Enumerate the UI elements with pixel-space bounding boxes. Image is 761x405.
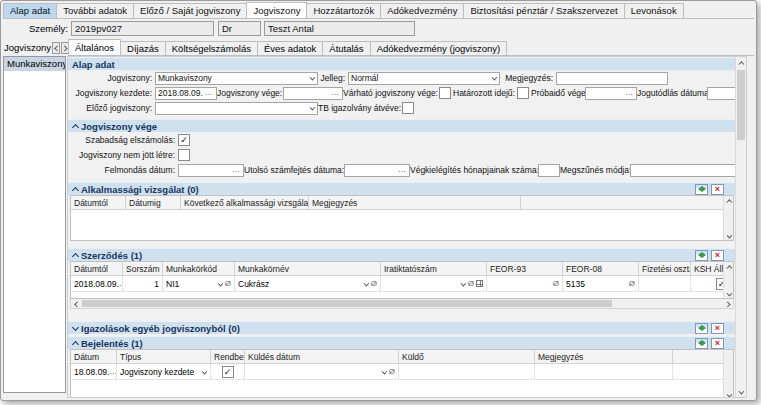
hatarozott-ideju-checkbox[interactable] xyxy=(517,87,529,99)
col-munkakornev[interactable]: Munkakörnév xyxy=(235,262,381,275)
utolso-szamfejtes-date[interactable]: … xyxy=(344,164,410,177)
scroll-thumb[interactable] xyxy=(737,70,745,140)
grid-delete-icon[interactable]: × xyxy=(711,250,724,261)
tab-tovabbi-adatok[interactable]: További adatok xyxy=(56,3,134,18)
grid-scrollbar[interactable] xyxy=(723,262,733,298)
col-datum[interactable]: Dátum xyxy=(71,350,117,363)
cell-munkakornev[interactable]: Cukrász Ø xyxy=(235,276,381,291)
tab-adokedvezmeny[interactable]: Adókedvezmény xyxy=(380,3,464,18)
person-code-field[interactable]: 2019pv027 xyxy=(71,21,214,36)
elozo-jogviszony-select[interactable] xyxy=(155,102,318,115)
lookup-icon[interactable]: Ø xyxy=(629,279,635,288)
hscroll-thumb[interactable] xyxy=(82,300,612,307)
jogviszony-vege-date[interactable]: … xyxy=(283,87,343,100)
tab-elozo-sajat-jogviszony[interactable]: Előző / Saját jogviszony xyxy=(133,3,247,18)
main-scrollbar[interactable] xyxy=(735,57,746,397)
chevron-down-icon[interactable] xyxy=(363,281,368,286)
cell-tipus[interactable]: Jogviszony kezdete xyxy=(117,364,211,379)
date-picker-icon[interactable]: … xyxy=(331,90,340,96)
jelleg-select[interactable]: Normál xyxy=(348,72,500,85)
date-picker-icon[interactable]: … xyxy=(109,367,117,376)
list-item-munkaviszony[interactable]: Munkaviszony xyxy=(4,57,65,71)
grid-export-icon[interactable] xyxy=(695,323,708,334)
col-megjegyzes[interactable]: Megjegyzés xyxy=(535,350,673,363)
expand-icon[interactable] xyxy=(72,325,78,331)
grid-scrollbar[interactable] xyxy=(723,350,733,397)
cell-datumtol[interactable]: 2018.08.09. … xyxy=(71,276,123,291)
prev-jogviszony-button[interactable] xyxy=(52,42,60,54)
jogviszony-select[interactable]: Munkaviszony xyxy=(155,72,318,85)
chevron-down-icon[interactable] xyxy=(381,369,386,374)
tab-adokedvezmeny-jogviszony[interactable]: Adókedvezmény (jogviszony) xyxy=(370,41,508,55)
lookup-icon[interactable]: Ø xyxy=(225,279,231,288)
date-picker-icon[interactable]: … xyxy=(232,167,241,173)
scroll-up-button[interactable] xyxy=(736,57,746,68)
tab-hozzatartozok[interactable]: Hozzátartozók xyxy=(306,3,381,18)
tab-dijazas[interactable]: Díjazás xyxy=(120,41,166,55)
vegkielegites-input[interactable] xyxy=(538,164,560,177)
col-feor08[interactable]: FEOR-08 xyxy=(563,262,639,275)
collapse-icon[interactable] xyxy=(72,123,78,129)
tab-altalanos[interactable]: Általános xyxy=(68,39,121,55)
lookup-icon[interactable]: Ø xyxy=(389,367,395,376)
probaido-vege-date[interactable]: … xyxy=(585,87,637,100)
chevron-down-icon[interactable] xyxy=(460,281,465,286)
tab-levonasok[interactable]: Levonások xyxy=(624,3,684,18)
tab-atutalas[interactable]: Átutalás xyxy=(322,41,370,55)
chevron-down-icon[interactable] xyxy=(310,76,315,81)
tab-eves-adatok[interactable]: Éves adatok xyxy=(257,41,323,55)
chevron-down-icon[interactable] xyxy=(310,106,315,111)
scroll-down-button[interactable] xyxy=(736,386,746,397)
person-name-field[interactable]: Teszt Antal xyxy=(264,21,415,36)
date-picker-icon[interactable]: … xyxy=(398,167,407,173)
szabadsag-elszamolas-checkbox[interactable]: ✓ xyxy=(178,134,190,146)
person-title-field[interactable]: Dr xyxy=(218,21,261,36)
lookup-icon[interactable]: Ø xyxy=(468,279,474,288)
scroll-down-button[interactable] xyxy=(724,390,733,397)
cell-datum[interactable]: 18.08.09. … xyxy=(71,364,117,379)
section-header-igazolasok[interactable]: Igazolások egyéb jogviszonyból (0) × xyxy=(68,321,736,334)
megjegyzes-input[interactable] xyxy=(556,72,668,85)
grid-export-icon[interactable] xyxy=(695,184,708,195)
cell-rendben[interactable]: ✓ xyxy=(211,364,245,379)
cell-kuldes-datum[interactable]: Ø xyxy=(245,364,399,379)
tab-biztositasi-penztar[interactable]: Biztosítási pénztár / Szakszervezet xyxy=(463,3,624,18)
grid-scrollbar[interactable] xyxy=(723,196,733,240)
col-datumig[interactable]: Dátumig xyxy=(126,196,181,209)
tab-koltsegelszamolas[interactable]: Költségelszámolás xyxy=(165,41,258,55)
col-fizetesi-osztaly[interactable]: Fizetési osztály xyxy=(639,262,691,275)
section-header-bejelentes[interactable]: Bejelentés (1) × xyxy=(68,336,736,349)
section-header-alkalmassagi[interactable]: Alkalmassági vizsgálat (0) × xyxy=(68,182,736,195)
date-picker-icon[interactable]: … xyxy=(205,90,214,96)
col-datumtol[interactable]: Dátumtól xyxy=(71,196,126,209)
cell-munkakorkod[interactable]: NI1 Ø xyxy=(163,276,235,291)
section-header-alap-adat[interactable]: Alap adat xyxy=(68,57,736,70)
tab-alap-adat[interactable]: Alap adat xyxy=(3,3,57,18)
collapse-icon[interactable] xyxy=(72,186,78,192)
cell-iratiktatoszam[interactable]: Ø xyxy=(381,276,487,291)
megszunes-modja-select[interactable] xyxy=(630,164,736,177)
felmondas-datum-date[interactable]: … xyxy=(178,164,244,177)
col-megjegyzes[interactable]: Megjegyzés xyxy=(309,196,521,209)
scroll-down-button[interactable] xyxy=(724,231,733,240)
collapse-icon[interactable] xyxy=(72,340,78,346)
grid-delete-icon[interactable]: × xyxy=(711,323,724,334)
chevron-down-icon[interactable] xyxy=(202,369,207,374)
varhato-vege-checkbox[interactable] xyxy=(439,87,451,99)
tab-jogviszony[interactable]: Jogviszony xyxy=(246,2,307,18)
grid-lookup-icon[interactable] xyxy=(476,280,483,287)
col-munkakorkod[interactable]: Munkakörkód xyxy=(163,262,235,275)
chevron-down-icon[interactable] xyxy=(492,76,497,81)
col-feor93[interactable]: FEOR-93 xyxy=(487,262,563,275)
cell-sorszam[interactable]: 1 xyxy=(123,276,163,291)
rendben-checkbox[interactable]: ✓ xyxy=(222,366,234,378)
szerzodes-hscrollbar[interactable] xyxy=(70,299,734,309)
cell-feor08[interactable]: 5135 Ø xyxy=(563,276,639,291)
col-iratiktatoszam[interactable]: Iratiktatószám xyxy=(381,262,487,275)
chevron-down-icon[interactable] xyxy=(217,281,222,286)
lookup-icon[interactable]: Ø xyxy=(371,279,377,288)
section-header-jogviszony-vege[interactable]: Jogviszony vége xyxy=(68,119,736,132)
cell-kuldo[interactable] xyxy=(399,364,535,379)
grid-export-icon[interactable] xyxy=(695,250,708,261)
col-kuldes-datum[interactable]: Küldés dátum xyxy=(245,350,399,363)
